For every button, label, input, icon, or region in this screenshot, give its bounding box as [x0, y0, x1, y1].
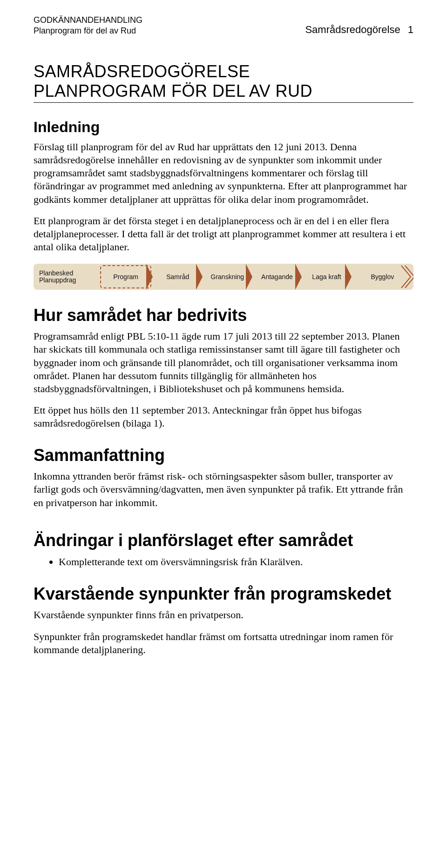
- inledning-paragraph-1: Förslag till planprogram för del av Rud …: [34, 140, 413, 206]
- document-title: SAMRÅDSREDOGÖRELSE PLANPROGRAM FÖR DEL A…: [34, 62, 413, 103]
- process-step-label: Program: [113, 273, 138, 280]
- kvarstaende-paragraph-2: Synpunkter från programskedet handlar fr…: [34, 630, 413, 656]
- title-line-1: SAMRÅDSREDOGÖRELSE: [34, 62, 413, 81]
- document-page: GODKÄNNANDEHANDLING Planprogram för del …: [0, 0, 447, 868]
- heading-kvarstaende: Kvarstående synpunkter från programskede…: [34, 584, 413, 604]
- heading-andringar: Ändringar i planförslaget efter samrådet: [34, 531, 413, 550]
- process-step-label: Planbesked Planuppdrag: [39, 270, 76, 284]
- header-line1: GODKÄNNANDEHANDLING: [34, 15, 142, 26]
- process-step-planbesked: Planbesked Planuppdrag: [34, 264, 99, 290]
- heading-inledning: Inledning: [34, 119, 413, 136]
- process-step-label: Antagande: [261, 273, 293, 280]
- process-step-label: Granskning: [211, 273, 244, 280]
- header-left: GODKÄNNANDEHANDLING Planprogram för del …: [34, 15, 142, 36]
- chevron-right-icon: [400, 264, 413, 290]
- page-header: GODKÄNNANDEHANDLING Planprogram för del …: [34, 15, 413, 36]
- header-right: Samrådsredogörelse 1: [305, 23, 413, 36]
- list-item: Kompletterande text om översvämningsrisk…: [59, 555, 413, 569]
- header-right-label: Samrådsredogörelse: [305, 24, 400, 35]
- hur-paragraph-2: Ett öppet hus hölls den 11 september 201…: [34, 404, 413, 430]
- inledning-paragraph-2: Ett planprogram är det första steget i e…: [34, 214, 413, 254]
- process-step-label: Laga kraft: [312, 273, 341, 280]
- process-step-granskning: Granskning: [203, 264, 252, 290]
- process-step-samrad: Samråd: [153, 264, 203, 290]
- process-diagram: Planbesked Planuppdrag Program Samråd Gr…: [34, 264, 413, 290]
- process-step-bygglov: Bygglov: [352, 264, 413, 290]
- heading-sammanfattning: Sammanfattning: [34, 446, 413, 465]
- hur-paragraph-1: Programsamråd enligt PBL 5:10-11 ägde ru…: [34, 330, 413, 395]
- process-step-label: Samråd: [166, 273, 189, 280]
- sammanfattning-paragraph-1: Inkomna yttranden berör främst risk- och…: [34, 470, 413, 509]
- page-number: 1: [408, 24, 413, 35]
- title-line-2: PLANPROGRAM FÖR DEL AV RUD: [34, 81, 413, 101]
- process-step-program: Program: [100, 265, 152, 288]
- process-step-label: Bygglov: [371, 273, 394, 280]
- header-line2: Planprogram för del av Rud: [34, 26, 142, 36]
- process-step-antagande: Antagande: [252, 264, 302, 290]
- process-step-lagakraft: Laga kraft: [302, 264, 352, 290]
- heading-hur-samradet: Hur samrådet har bedrivits: [34, 306, 413, 325]
- andringar-list: Kompletterande text om översvämningsrisk…: [34, 555, 413, 569]
- process-row: Planbesked Planuppdrag Program Samråd Gr…: [34, 264, 413, 290]
- kvarstaende-paragraph-1: Kvarstående synpunkter finns från en pri…: [34, 608, 413, 621]
